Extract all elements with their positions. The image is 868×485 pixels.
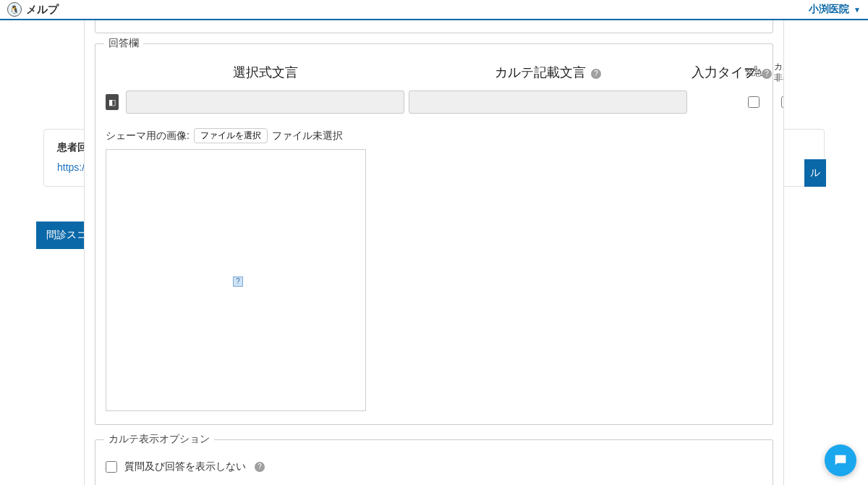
brand-name: メルプ bbox=[26, 3, 59, 17]
help-icon[interactable]: ? bbox=[591, 69, 601, 79]
record-text-input[interactable] bbox=[409, 90, 687, 114]
brand: 🐧 メルプ bbox=[7, 2, 59, 17]
clinic-menu[interactable]: 小渕医院 ▼ bbox=[809, 3, 861, 16]
broken-image-icon: ? bbox=[233, 277, 243, 287]
schema-row: シェーマ用の画像: ファイルを選択 ファイル未選択 bbox=[106, 128, 762, 143]
col-urgent-header: 緊急 bbox=[739, 67, 768, 78]
col-hide-header: カルテ非表示 bbox=[773, 62, 784, 83]
display-options-legend: カルテ表示オプション bbox=[104, 433, 214, 446]
brand-logo-icon: 🐧 bbox=[7, 2, 22, 17]
hide-qa-label: 質問及び回答を表示しない bbox=[124, 460, 246, 473]
display-options-fieldset: カルテ表示オプション 質問及び回答を表示しない ? bbox=[95, 439, 773, 485]
schema-label: シェーマ用の画像: bbox=[106, 130, 190, 143]
answer-row bbox=[106, 90, 762, 114]
file-select-button[interactable]: ファイルを選択 bbox=[194, 128, 268, 143]
clinic-name: 小渕医院 bbox=[809, 3, 849, 16]
topbar: 🐧 メルプ 小渕医院 ▼ bbox=[0, 0, 868, 20]
help-icon[interactable]: ? bbox=[255, 462, 265, 472]
choice-text-input[interactable] bbox=[126, 90, 404, 114]
drag-handle-icon[interactable] bbox=[106, 94, 119, 110]
col-record-header: カルテ記載文言 ? bbox=[409, 64, 687, 81]
page-body: 患者回答 https:// 問診スコア ル 回答欄 選択式文言 カルテ記載文言 … bbox=[0, 20, 868, 485]
col-choice-header: 選択式文言 bbox=[126, 64, 404, 81]
option-row: 質問及び回答を表示しない ? bbox=[106, 460, 762, 473]
hide-checkbox[interactable] bbox=[781, 96, 784, 108]
chat-icon bbox=[833, 452, 848, 468]
right-partial-button[interactable]: ル bbox=[804, 159, 826, 187]
col-input-type-header: 入力タイプ ? bbox=[692, 64, 735, 81]
chat-widget-button[interactable] bbox=[825, 444, 856, 476]
column-headers: 選択式文言 カルテ記載文言 ? 入力タイプ ? 緊急 カルテ非表示 bbox=[106, 62, 762, 83]
editor-modal: 回答欄 選択式文言 カルテ記載文言 ? 入力タイプ ? 緊急 カルテ非表示 bbox=[84, 20, 784, 485]
file-status: ファイル未選択 bbox=[272, 130, 343, 143]
hide-qa-checkbox[interactable] bbox=[106, 461, 117, 473]
answer-fieldset: 回答欄 選択式文言 カルテ記載文言 ? 入力タイプ ? 緊急 カルテ非表示 bbox=[95, 43, 773, 425]
upper-box bbox=[95, 20, 773, 33]
chevron-down-icon: ▼ bbox=[854, 6, 861, 14]
urgent-checkbox[interactable] bbox=[748, 96, 760, 108]
patient-url-link[interactable]: https:// bbox=[57, 161, 88, 173]
answer-legend: 回答欄 bbox=[104, 37, 143, 50]
schema-canvas[interactable]: ? bbox=[106, 149, 366, 411]
